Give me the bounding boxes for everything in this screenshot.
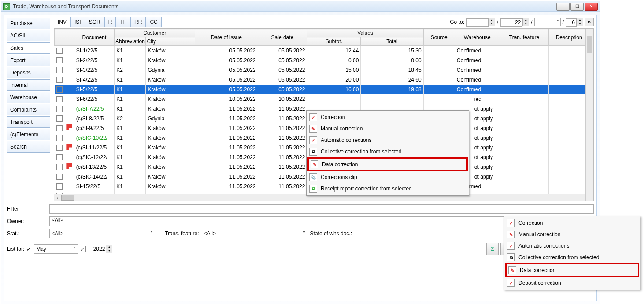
- ctx-item-label: Data correction: [322, 161, 358, 167]
- goto-jump-button[interactable]: »: [585, 18, 594, 26]
- ctx-item-icon: ✎: [309, 125, 317, 133]
- ctx-item-icon: ✓: [507, 279, 515, 287]
- ctx-item-manual-correction[interactable]: ✎Manual correction: [307, 123, 468, 134]
- month-checkbox[interactable]: ✓: [26, 246, 32, 252]
- trans-feature-combo[interactable]: <All>: [202, 229, 307, 238]
- month-combo[interactable]: May: [34, 244, 78, 254]
- filter-input[interactable]: [49, 204, 594, 214]
- table-row[interactable]: SI-6/22/5K1Kraków10.05.202210.05.2022ied: [55, 94, 589, 104]
- ctx-item-icon: ✎: [507, 231, 515, 238]
- year-checkbox[interactable]: ✓: [80, 246, 86, 252]
- year-spinner[interactable]: ▲▼: [88, 245, 112, 253]
- ctx-item-icon: ✓: [507, 219, 515, 227]
- ctx-item-label: Data correction: [520, 267, 555, 273]
- table-row[interactable]: SI-4/22/5K1Kraków05.05.202205.05.202220,…: [55, 75, 589, 85]
- ctx-item-icon: ⧉: [507, 253, 515, 261]
- ctx-item-collective-correction-from-selected[interactable]: ⧉Collective correction from selected: [307, 146, 468, 157]
- goto-field-2[interactable]: ▲▼: [500, 18, 529, 26]
- side-tab-internal[interactable]: Internal: [7, 79, 50, 91]
- header-row-1: Document Customer Date of issue Sale dat…: [55, 29, 589, 37]
- close-button[interactable]: ✕: [585, 3, 598, 11]
- sum-button[interactable]: Σ: [486, 243, 499, 255]
- doc-tab-isi[interactable]: ISI: [70, 17, 85, 27]
- stat-combo[interactable]: <All>: [49, 229, 155, 238]
- ctx-item-label: Automatic corrections: [321, 137, 371, 143]
- doc-type-tabs: INVISISORRTFRRCC Go to: ▲▼ / ▲▼ / / ▲▼ »: [54, 18, 594, 26]
- goto-panel: Go to: ▲▼ / ▲▼ / / ▲▼ »: [450, 18, 594, 26]
- ctx-item-correction[interactable]: ✓Correction: [307, 112, 468, 123]
- state-whs-label: State of whs doc.:: [310, 231, 352, 237]
- ctx-item-label: Receipt report correction from selected: [321, 186, 412, 192]
- ctx-item-label: Collective correction from selected: [518, 254, 599, 260]
- table-row[interactable]: SI-5/22/5K1Kraków05.05.202205.05.202216,…: [55, 85, 589, 94]
- side-tab-warehouse[interactable]: Warehouse: [7, 92, 50, 103]
- trans-feature-label: Trans. feature:: [165, 231, 199, 237]
- doc-tab-r[interactable]: R: [104, 17, 116, 27]
- ctx-item-automatic-corrections[interactable]: ✓Automatic corrections: [307, 134, 468, 146]
- side-tab-purchase[interactable]: Purchase: [7, 18, 50, 29]
- side-tab-sales[interactable]: Sales: [7, 42, 50, 54]
- side-tab-transport[interactable]: Transport: [7, 116, 50, 128]
- ctx-item-label: Deposit correction: [518, 280, 561, 286]
- owner-label: Owner:: [7, 218, 47, 224]
- doc-tab-sor[interactable]: SOR: [85, 17, 104, 27]
- doc-tab-tf[interactable]: TF: [116, 17, 130, 27]
- side-tabs: PurchaseAC/SIISalesExportDepositsInterna…: [7, 18, 50, 201]
- ctx-item-icon: ⧉: [309, 185, 317, 193]
- maximize-button[interactable]: ☐: [570, 3, 584, 11]
- vertical-scrollbar[interactable]: [585, 29, 593, 201]
- minimize-button[interactable]: —: [556, 3, 570, 11]
- ctx-item-data-correction[interactable]: ✎Data correction: [505, 263, 639, 277]
- ctx-item-data-correction[interactable]: ✎Data correction: [307, 157, 468, 171]
- ctx-item-icon: ✓: [309, 113, 317, 121]
- ctx-item-label: Correction: [321, 114, 345, 120]
- ctx-item-icon: ✎: [508, 266, 516, 274]
- side-tab-complaints[interactable]: Complaints: [7, 104, 50, 115]
- ctx-item-collective-correction-from-selected[interactable]: ⧉Collective correction from selected: [505, 252, 639, 263]
- stat-label: Stat.:: [7, 231, 47, 237]
- side-tab-search[interactable]: Search: [7, 141, 50, 152]
- goto-field-3[interactable]: [534, 18, 561, 26]
- ctx-item-icon: ✓: [309, 136, 317, 144]
- table-row[interactable]: SI-2/22/5K1Kraków05.05.202205.05.20220,0…: [55, 56, 589, 65]
- side-tab-deposits[interactable]: Deposits: [7, 67, 50, 78]
- ctx-item-label: Collective correction from selected: [321, 149, 401, 155]
- ctx-item-label: Manual correction: [321, 126, 363, 132]
- table-row[interactable]: SI-3/22/5K2Gdynia05.05.202205.05.202215,…: [55, 65, 589, 75]
- goto-field-4[interactable]: ▲▼: [566, 18, 583, 26]
- doc-tab-rr[interactable]: RR: [130, 17, 146, 27]
- titlebar: D Trade, Warehouse and Transport Documen…: [1, 1, 600, 12]
- ctx-item-icon: 📎: [309, 173, 317, 181]
- app-icon: D: [3, 3, 10, 10]
- list-for-label: List for:: [7, 246, 24, 252]
- ctx-item-label: Manual correction: [518, 231, 560, 238]
- ctx-item-receipt-report-correction-from-selected[interactable]: ⧉Receipt report correction from selected: [307, 183, 468, 194]
- window-title: Trade, Warehouse and Transport Documents: [13, 4, 556, 10]
- table-row[interactable]: SI-1/22/5K1Kraków05.05.202205.05.202212,…: [55, 46, 589, 56]
- ctx-item-correction[interactable]: ✓Correction: [505, 217, 639, 229]
- filter-label: Filter: [7, 206, 47, 212]
- context-menu-corrections[interactable]: ✓Correction✎Manual correction✓Automatic …: [306, 110, 469, 196]
- ctx-item-icon: ⧉: [309, 148, 317, 156]
- ctx-item-label: Corrections clip: [321, 174, 357, 180]
- goto-field-1[interactable]: ▲▼: [466, 18, 495, 26]
- doc-tab-cc[interactable]: CC: [146, 17, 161, 27]
- side-tab-acsii[interactable]: AC/SII: [7, 30, 50, 41]
- goto-label: Go to:: [450, 19, 464, 25]
- ctx-item-label: Automatic corrections: [518, 243, 569, 249]
- doc-tab-inv[interactable]: INV: [54, 17, 70, 27]
- ctx-item-icon: ✎: [311, 160, 318, 168]
- ctx-item-corrections-clip[interactable]: 📎Corrections clip: [307, 171, 468, 183]
- context-menu-corrections-2[interactable]: ✓Correction✎Manual correction✓Automatic …: [504, 216, 640, 290]
- ctx-item-label: Correction: [518, 220, 543, 226]
- side-tab-export[interactable]: Export: [7, 55, 50, 66]
- side-tab-celements[interactable]: (c)Elements: [7, 129, 50, 140]
- ctx-item-manual-correction[interactable]: ✎Manual correction: [505, 229, 639, 240]
- ctx-item-deposit-correction[interactable]: ✓Deposit correction: [505, 277, 639, 289]
- ctx-item-automatic-corrections[interactable]: ✓Automatic corrections: [505, 240, 639, 252]
- ctx-item-icon: ✓: [507, 242, 515, 250]
